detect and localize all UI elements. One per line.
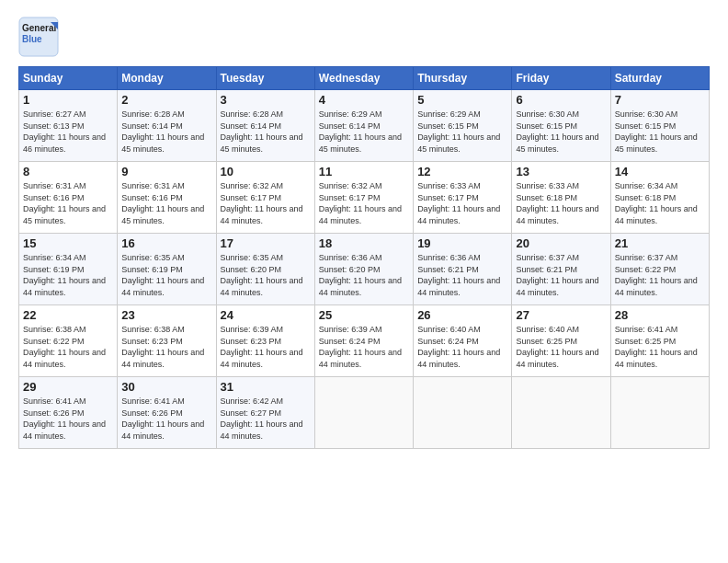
col-header-sunday: Sunday (19, 67, 118, 90)
table-row: 26 Sunrise: 6:40 AMSunset: 6:24 PMDaylig… (414, 305, 512, 377)
day-info: Sunrise: 6:31 AMSunset: 6:16 PMDaylight:… (23, 180, 113, 226)
day-number: 7 (615, 93, 705, 107)
table-row: 18 Sunrise: 6:36 AMSunset: 6:20 PMDaylig… (314, 234, 413, 305)
table-row: 30 Sunrise: 6:41 AMSunset: 6:26 PMDaylig… (118, 377, 216, 449)
day-info: Sunrise: 6:30 AMSunset: 6:15 PMDaylight:… (615, 109, 705, 155)
day-number: 14 (615, 165, 705, 178)
table-row: 20 Sunrise: 6:37 AMSunset: 6:21 PMDaylig… (512, 234, 610, 305)
day-info: Sunrise: 6:29 AMSunset: 6:15 PMDaylight:… (417, 109, 507, 155)
svg-text:Blue: Blue (22, 34, 42, 44)
table-row: 24 Sunrise: 6:39 AMSunset: 6:23 PMDaylig… (216, 305, 314, 377)
day-number: 3 (221, 93, 311, 107)
table-row: 3 Sunrise: 6:28 AMSunset: 6:14 PMDayligh… (216, 90, 314, 162)
table-row: 23 Sunrise: 6:38 AMSunset: 6:23 PMDaylig… (118, 305, 216, 377)
day-number: 24 (221, 308, 311, 322)
day-number: 17 (221, 236, 311, 250)
day-info: Sunrise: 6:35 AMSunset: 6:20 PMDaylight:… (221, 252, 311, 298)
day-number: 18 (319, 236, 409, 250)
day-info: Sunrise: 6:32 AMSunset: 6:17 PMDaylight:… (221, 180, 311, 226)
col-header-friday: Friday (512, 67, 610, 90)
day-number: 22 (23, 308, 113, 322)
col-header-monday: Monday (118, 67, 216, 90)
day-info: Sunrise: 6:28 AMSunset: 6:14 PMDaylight:… (221, 109, 311, 155)
table-row: 5 Sunrise: 6:29 AMSunset: 6:15 PMDayligh… (414, 90, 512, 162)
day-number: 20 (516, 236, 606, 250)
day-info: Sunrise: 6:37 AMSunset: 6:22 PMDaylight:… (615, 252, 705, 298)
table-row (314, 377, 413, 449)
day-number: 31 (221, 380, 311, 394)
table-row: 10 Sunrise: 6:32 AMSunset: 6:17 PMDaylig… (216, 162, 314, 234)
table-row: 4 Sunrise: 6:29 AMSunset: 6:14 PMDayligh… (314, 90, 413, 162)
day-info: Sunrise: 6:36 AMSunset: 6:20 PMDaylight:… (319, 252, 409, 298)
svg-text:General: General (22, 23, 56, 33)
logo-icon: General Blue (18, 17, 59, 57)
day-number: 19 (417, 236, 507, 250)
day-number: 2 (121, 93, 211, 107)
day-number: 26 (417, 308, 507, 322)
day-info: Sunrise: 6:38 AMSunset: 6:22 PMDaylight:… (23, 324, 113, 370)
table-row: 21 Sunrise: 6:37 AMSunset: 6:22 PMDaylig… (610, 234, 709, 305)
table-row: 8 Sunrise: 6:31 AMSunset: 6:16 PMDayligh… (19, 162, 118, 234)
day-number: 13 (516, 165, 606, 178)
day-number: 1 (23, 93, 113, 107)
day-info: Sunrise: 6:41 AMSunset: 6:26 PMDaylight:… (23, 396, 113, 442)
table-row: 7 Sunrise: 6:30 AMSunset: 6:15 PMDayligh… (610, 90, 709, 162)
day-number: 21 (615, 236, 705, 250)
page: General Blue SundayMondayTuesdayWednesda… (0, 0, 728, 563)
table-row: 19 Sunrise: 6:36 AMSunset: 6:21 PMDaylig… (414, 234, 512, 305)
col-header-thursday: Thursday (414, 67, 512, 90)
table-row: 2 Sunrise: 6:28 AMSunset: 6:14 PMDayligh… (118, 90, 216, 162)
table-row: 6 Sunrise: 6:30 AMSunset: 6:15 PMDayligh… (512, 90, 610, 162)
day-info: Sunrise: 6:29 AMSunset: 6:14 PMDaylight:… (319, 109, 409, 155)
day-number: 30 (121, 380, 211, 394)
day-number: 10 (221, 165, 311, 178)
table-row (414, 377, 512, 449)
day-number: 8 (23, 165, 113, 178)
table-row: 31 Sunrise: 6:42 AMSunset: 6:27 PMDaylig… (216, 377, 314, 449)
table-row: 1 Sunrise: 6:27 AMSunset: 6:13 PMDayligh… (19, 90, 118, 162)
day-number: 6 (516, 93, 606, 107)
table-row: 15 Sunrise: 6:34 AMSunset: 6:19 PMDaylig… (19, 234, 118, 305)
day-number: 12 (417, 165, 507, 178)
day-info: Sunrise: 6:37 AMSunset: 6:21 PMDaylight:… (516, 252, 606, 298)
logo: General Blue (18, 17, 59, 57)
table-row: 17 Sunrise: 6:35 AMSunset: 6:20 PMDaylig… (216, 234, 314, 305)
day-number: 9 (121, 165, 211, 178)
day-info: Sunrise: 6:34 AMSunset: 6:18 PMDaylight:… (615, 180, 705, 226)
table-row (610, 377, 709, 449)
day-info: Sunrise: 6:30 AMSunset: 6:15 PMDaylight:… (516, 109, 606, 155)
table-row: 22 Sunrise: 6:38 AMSunset: 6:22 PMDaylig… (19, 305, 118, 377)
day-info: Sunrise: 6:33 AMSunset: 6:18 PMDaylight:… (516, 180, 606, 226)
day-number: 28 (615, 308, 705, 322)
table-row: 13 Sunrise: 6:33 AMSunset: 6:18 PMDaylig… (512, 162, 610, 234)
col-header-wednesday: Wednesday (314, 67, 413, 90)
day-info: Sunrise: 6:39 AMSunset: 6:23 PMDaylight:… (221, 324, 311, 370)
table-row: 9 Sunrise: 6:31 AMSunset: 6:16 PMDayligh… (118, 162, 216, 234)
day-info: Sunrise: 6:42 AMSunset: 6:27 PMDaylight:… (221, 396, 311, 442)
table-row: 12 Sunrise: 6:33 AMSunset: 6:17 PMDaylig… (414, 162, 512, 234)
header: General Blue (18, 17, 710, 57)
day-info: Sunrise: 6:38 AMSunset: 6:23 PMDaylight:… (121, 324, 211, 370)
col-header-tuesday: Tuesday (216, 67, 314, 90)
day-info: Sunrise: 6:36 AMSunset: 6:21 PMDaylight:… (417, 252, 507, 298)
day-info: Sunrise: 6:39 AMSunset: 6:24 PMDaylight:… (319, 324, 409, 370)
day-info: Sunrise: 6:35 AMSunset: 6:19 PMDaylight:… (121, 252, 211, 298)
day-info: Sunrise: 6:40 AMSunset: 6:24 PMDaylight:… (417, 324, 507, 370)
col-header-saturday: Saturday (610, 67, 709, 90)
day-info: Sunrise: 6:40 AMSunset: 6:25 PMDaylight:… (516, 324, 606, 370)
table-row (512, 377, 610, 449)
day-number: 5 (417, 93, 507, 107)
day-number: 15 (23, 236, 113, 250)
day-number: 4 (319, 93, 409, 107)
table-row: 11 Sunrise: 6:32 AMSunset: 6:17 PMDaylig… (314, 162, 413, 234)
day-number: 11 (319, 165, 409, 178)
day-number: 25 (319, 308, 409, 322)
table-row: 14 Sunrise: 6:34 AMSunset: 6:18 PMDaylig… (610, 162, 709, 234)
day-info: Sunrise: 6:41 AMSunset: 6:25 PMDaylight:… (615, 324, 705, 370)
day-info: Sunrise: 6:41 AMSunset: 6:26 PMDaylight:… (121, 396, 211, 442)
day-info: Sunrise: 6:32 AMSunset: 6:17 PMDaylight:… (319, 180, 409, 226)
day-info: Sunrise: 6:34 AMSunset: 6:19 PMDaylight:… (23, 252, 113, 298)
day-number: 23 (121, 308, 211, 322)
table-row: 28 Sunrise: 6:41 AMSunset: 6:25 PMDaylig… (610, 305, 709, 377)
day-info: Sunrise: 6:28 AMSunset: 6:14 PMDaylight:… (121, 109, 211, 155)
